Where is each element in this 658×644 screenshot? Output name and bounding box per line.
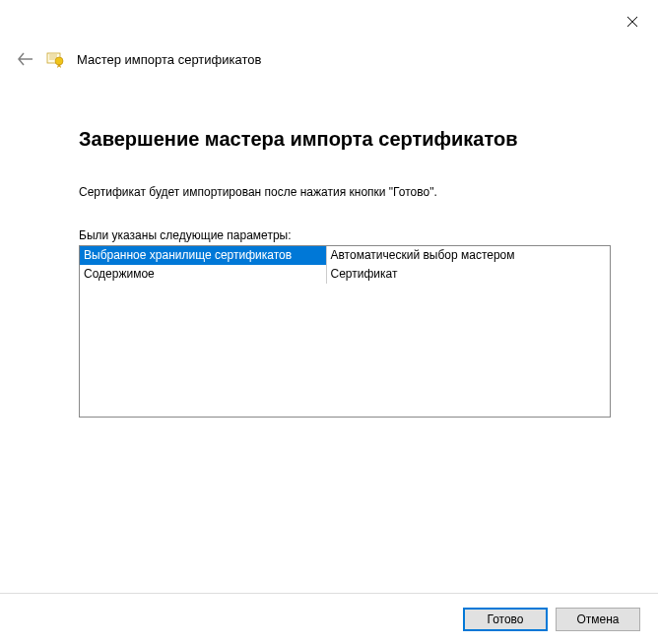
back-arrow-icon — [18, 52, 33, 66]
content-area: Завершение мастера импорта сертификатов … — [79, 128, 611, 418]
close-button[interactable] — [625, 14, 640, 30]
params-row[interactable]: Выбранное хранилище сертификатовАвтомати… — [80, 246, 610, 265]
param-value-cell: Сертификат — [326, 265, 610, 284]
wizard-title: Мастер импорта сертификатов — [77, 52, 261, 67]
cancel-button-label: Отмена — [576, 612, 619, 626]
finish-button-label: Готово — [487, 612, 523, 626]
finish-button[interactable]: Готово — [463, 608, 548, 631]
param-value-cell: Автоматический выбор мастером — [326, 246, 610, 265]
params-label: Были указаны следующие параметры: — [79, 228, 611, 242]
page-heading: Завершение мастера импорта сертификатов — [79, 128, 611, 151]
certificate-wizard-icon — [45, 49, 65, 69]
params-listbox[interactable]: Выбранное хранилище сертификатовАвтомати… — [79, 245, 611, 418]
param-name-cell: Содержимое — [80, 265, 326, 284]
back-button[interactable] — [18, 51, 33, 67]
cancel-button[interactable]: Отмена — [556, 608, 640, 631]
param-name-cell: Выбранное хранилище сертификатов — [80, 246, 326, 265]
params-table: Выбранное хранилище сертификатовАвтомати… — [80, 246, 610, 284]
description-text: Сертификат будет импортирован после нажа… — [79, 185, 611, 199]
wizard-header: Мастер импорта сертификатов — [18, 49, 261, 69]
dialog-footer: Готово Отмена — [0, 593, 658, 644]
params-row[interactable]: СодержимоеСертификат — [80, 265, 610, 284]
svg-point-3 — [55, 57, 63, 65]
close-icon — [626, 16, 638, 28]
